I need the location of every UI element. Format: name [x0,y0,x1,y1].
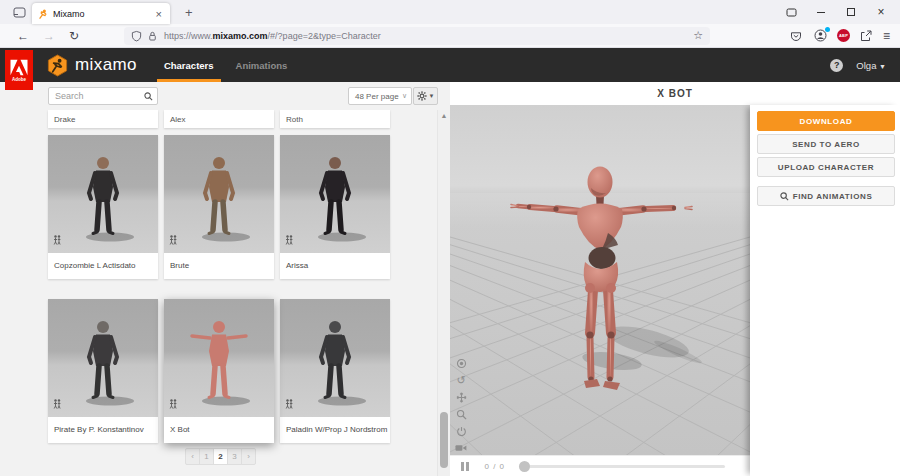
gear-icon [417,91,427,101]
adblock-icon[interactable]: ABP [837,29,850,42]
chevron-down-icon: ▼ [429,93,435,99]
pause-icon[interactable] [461,462,469,471]
tab-characters[interactable]: Characters [153,48,225,82]
viewer-toolbar: ↺ [455,357,467,454]
character-catalog: 48 Per page∨ ▼ DrakeAlexRoth Copzombie L… [0,82,450,476]
tab-animations[interactable]: Animations [225,48,299,82]
browser-navbar: ← → ↻ https://www.mixamo.com/#/?page=2&t… [0,24,900,48]
firefox-view-icon[interactable] [8,3,30,21]
find-animations-button[interactable]: FIND ANIMATIONS [757,186,895,206]
tab-title: Mixamo [53,9,154,19]
character-name: Paladin W/Prop J Nordstrom [280,417,390,443]
pose-icon [285,395,293,413]
chevron-down-icon: ▼ [879,63,886,70]
pocket-icon[interactable] [789,28,804,43]
character-name: Brute [164,253,274,279]
account-badge [825,27,830,32]
url-bar[interactable]: https://www.mixamo.com/#/?page=2&type=Ch… [124,27,710,45]
adobe-logo[interactable]: Adobe [5,50,33,90]
browser-tab-mixamo[interactable]: Mixamo × [32,3,170,24]
character-thumbnail[interactable] [164,135,274,253]
pagination: ‹123› [185,448,256,465]
preview-pane: X BOT [450,82,900,476]
back-icon[interactable]: ← [10,29,36,43]
page-button-›[interactable]: › [241,448,256,465]
menu-icon[interactable]: ≡ [883,29,890,43]
camera-icon[interactable] [455,442,467,454]
character-card[interactable]: Copzombie L Actisdato [48,135,158,279]
mixamo-wordmark[interactable]: mixamo [75,55,137,75]
shield-icon[interactable] [131,30,142,42]
character-thumbnail[interactable] [48,135,158,253]
character-card[interactable]: Pirate By P. Konstantinov [48,299,158,443]
scroll-up-icon[interactable]: ▲ [438,112,450,119]
catalog-scrollbar[interactable]: ▲ [437,110,450,476]
adobe-label: Adobe [12,77,26,82]
character-name: X Bot [164,417,274,443]
action-panel: DOWNLOAD SEND TO AERO UPLOAD CHARACTER F… [750,105,900,476]
reset-icon[interactable]: ↺ [455,374,467,386]
upload-character-button[interactable]: UPLOAD CHARACTER [757,157,895,177]
character-card[interactable]: Paladin W/Prop J Nordstrom [280,299,390,443]
slider-track[interactable] [519,465,725,468]
character-thumbnail[interactable] [280,135,390,253]
per-page-select[interactable]: 48 Per page∨ [348,87,412,105]
viewer-canvas[interactable]: ↺ [450,105,750,455]
pan-icon[interactable] [455,391,467,403]
character-thumbnail[interactable] [164,299,274,417]
url-text: https://www.mixamo.com/#/?page=2&type=Ch… [164,31,693,41]
character-name: Copzombie L Actisdato [48,253,158,279]
character-card[interactable]: Arissa [280,135,390,279]
send-to-aero-button[interactable]: SEND TO AERO [757,134,895,154]
page-button-3[interactable]: 3 [227,448,242,465]
share-icon[interactable] [859,28,874,43]
new-tab-button[interactable]: + [180,5,198,20]
character-card-partial[interactable]: Drake [48,110,158,128]
character-thumbnail[interactable] [48,299,158,417]
search-icon[interactable] [144,87,153,105]
viewer-title: X BOT [450,82,900,105]
player-bar: 0 / 0 [450,455,750,476]
window-minimize-button[interactable] [808,3,834,21]
character-card-partial[interactable]: Alex [164,110,274,128]
power-icon[interactable] [455,425,467,437]
bookmark-star-icon[interactable]: ☆ [693,29,703,42]
character-card-partial[interactable]: Roth [280,110,390,128]
timeline-slider[interactable] [519,461,725,472]
user-menu[interactable]: Olga ▼ [856,60,886,71]
window-close-button[interactable]: × [868,3,894,21]
search-icon [780,192,789,201]
character-grid: DrakeAlexRoth Copzombie L Actisdato Brut… [0,110,437,476]
character-name: Pirate By P. Konstantinov [48,417,158,443]
character-thumbnail[interactable] [280,299,390,417]
orbit-icon[interactable] [455,357,467,369]
mixamo-favicon-icon [38,5,48,23]
mixamo-header: Adobe mixamo Characters Animations ? Olg… [0,48,900,82]
character-card[interactable]: X Bot [164,299,274,443]
character-card[interactable]: Brute [164,135,274,279]
search-box[interactable] [48,87,158,105]
xbot-character [450,105,750,455]
search-input[interactable] [49,91,144,101]
scrollbar-thumb[interactable] [440,412,448,468]
lock-icon[interactable] [147,30,158,42]
page-button-‹[interactable]: ‹ [185,448,200,465]
slider-knob[interactable] [519,461,530,472]
character-name: Arissa [280,253,390,279]
tab-overview-icon[interactable] [778,3,804,21]
firefox-window: Mixamo × + × ← → ↻ https://www.mixamo.co… [0,0,900,476]
pose-icon [53,231,61,249]
mixamo-logo-icon[interactable] [46,54,69,77]
reload-icon[interactable]: ↻ [62,29,86,43]
pose-icon [169,395,177,413]
account-icon[interactable] [813,28,828,43]
download-button[interactable]: DOWNLOAD [757,111,895,131]
tab-close-icon[interactable]: × [154,8,164,20]
page-button-1[interactable]: 1 [199,448,214,465]
zoom-icon[interactable] [455,408,467,420]
page-button-2[interactable]: 2 [213,448,228,465]
forward-icon[interactable]: → [36,29,62,43]
help-icon[interactable]: ? [830,59,843,72]
window-restore-button[interactable] [838,3,864,21]
settings-button[interactable]: ▼ [413,87,438,105]
